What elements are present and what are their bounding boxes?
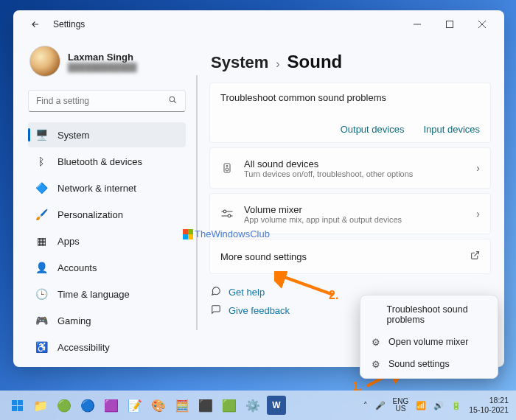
feedback-icon	[211, 304, 221, 317]
back-button[interactable]	[27, 15, 44, 33]
taskbar: 📁 🟢 🔵 🟪 📝 🎨 🧮 ⬛ 🟩 ⚙️ W ˄ 🎤 ENGUS 📶 🔊 🔋 1…	[0, 391, 516, 420]
input-devices-link[interactable]: Input devices	[423, 124, 480, 135]
system-icon: 🖥️	[35, 129, 47, 141]
troubleshoot-card: Troubleshoot common sound problems Outpu…	[209, 83, 491, 143]
profile-name: Laxman Singh	[68, 52, 137, 63]
settings-icon[interactable]: ⚙️	[243, 396, 262, 415]
avatar	[29, 46, 60, 77]
sidebar-item-time-language[interactable]: 🕒Time & language	[28, 281, 186, 307]
row-title: Volume mixer	[244, 204, 466, 215]
external-link-icon	[470, 251, 480, 262]
mic-icon[interactable]: 🎤	[375, 401, 386, 410]
apps-icon: ▦	[35, 235, 47, 247]
gear-icon	[371, 309, 380, 320]
sidebar-item-bluetooth[interactable]: ᛒBluetooth & devices	[28, 149, 186, 174]
edge-icon[interactable]: 🟢	[55, 396, 74, 415]
paint-icon[interactable]: 🎨	[149, 396, 168, 415]
close-button[interactable]	[466, 13, 498, 35]
breadcrumb: System › Sound	[209, 44, 491, 83]
language-indicator[interactable]: ENGUS	[393, 398, 409, 413]
sidebar-item-gaming[interactable]: 🎮Gaming	[28, 308, 186, 333]
troubleshoot-title: Troubleshoot common sound problems	[220, 92, 480, 103]
all-sound-devices-row[interactable]: All sound devices Turn devices on/off, t…	[209, 147, 491, 189]
app-icon-3[interactable]: 🟩	[220, 396, 239, 415]
profile[interactable]: Laxman Singh ████████████	[28, 43, 186, 85]
clock[interactable]: 18:2115-10-2021	[469, 396, 509, 414]
svg-line-13	[474, 252, 478, 256]
mixer-icon	[220, 209, 234, 219]
svg-rect-1	[447, 21, 453, 28]
window-title: Settings	[53, 19, 85, 29]
volume-mixer-row[interactable]: Volume mixer App volume mix, app input &…	[209, 193, 491, 234]
sidebar-item-system[interactable]: 🖥️System	[28, 122, 186, 147]
window-controls	[401, 13, 498, 35]
row-subtitle: Turn devices on/off, troubleshoot, other…	[244, 169, 466, 178]
svg-point-4	[170, 97, 175, 102]
gaming-icon: 🎮	[35, 315, 47, 326]
notepad-icon[interactable]: 📝	[125, 396, 144, 415]
output-devices-link[interactable]: Output devices	[341, 124, 405, 135]
network-icon: 🔷	[35, 182, 47, 194]
breadcrumb-parent[interactable]: System	[211, 53, 268, 72]
sidebar-item-label: Personalization	[57, 209, 123, 220]
sidebar-item-personalization[interactable]: 🖌️Personalization	[28, 202, 186, 227]
wifi-icon[interactable]: 📶	[416, 401, 426, 410]
sidebar-item-label: Apps	[57, 236, 80, 247]
sidebar-item-label: Gaming	[57, 315, 91, 326]
search-icon	[168, 94, 178, 108]
chevron-right-icon: ›	[276, 57, 279, 71]
personalization-icon: 🖌️	[35, 209, 47, 220]
chevron-right-icon: ›	[476, 208, 480, 220]
sidebar-item-label: Time & language	[57, 289, 130, 300]
sidebar-item-apps[interactable]: ▦Apps	[28, 228, 186, 253]
gear-icon: ⚙	[371, 337, 381, 347]
ctx-open-mixer[interactable]: ⚙Open volume mixer	[363, 331, 495, 353]
row-title: All sound devices	[244, 158, 466, 169]
search-input[interactable]	[36, 96, 168, 106]
search-box[interactable]	[28, 90, 186, 112]
time-language-icon: 🕒	[35, 288, 47, 300]
sidebar-item-accounts[interactable]: 👤Accounts	[28, 255, 186, 280]
minimize-button[interactable]	[401, 13, 433, 35]
svg-point-7	[226, 168, 229, 171]
gear-icon: ⚙	[371, 359, 381, 369]
app-icon-2[interactable]: ⬛	[196, 396, 215, 415]
chrome-icon[interactable]: 🔵	[78, 396, 97, 415]
sidebar-item-label: System	[57, 130, 89, 141]
taskbar-left: 📁 🟢 🔵 🟪 📝 🎨 🧮 ⬛ 🟩 ⚙️ W	[7, 396, 286, 415]
bluetooth-icon: ᛒ	[35, 155, 47, 167]
volume-icon[interactable]: 🔊	[433, 401, 444, 410]
ctx-sound-settings[interactable]: ⚙Sound settings	[363, 353, 495, 375]
sidebar-item-label: Accounts	[57, 262, 97, 273]
row-subtitle: App volume mix, app input & output devic…	[244, 215, 466, 224]
file-explorer-icon[interactable]: 📁	[31, 396, 50, 415]
nav: 🖥️SystemᛒBluetooth & devices🔷Network & i…	[28, 122, 186, 360]
svg-line-5	[174, 101, 176, 103]
accounts-icon: 👤	[35, 262, 47, 273]
app-icon[interactable]: 🟪	[102, 396, 121, 415]
ctx-item-label: Open volume mixer	[388, 337, 468, 347]
help-icon	[211, 286, 221, 298]
system-tray: ˄ 🎤 ENGUS 📶 🔊 🔋 18:2115-10-2021	[363, 396, 509, 414]
svg-point-11	[223, 210, 226, 213]
svg-point-12	[228, 214, 231, 217]
tray-overflow-icon[interactable]: ˄	[363, 401, 368, 410]
calculator-icon[interactable]: 🧮	[172, 396, 192, 415]
start-button[interactable]	[7, 396, 27, 415]
word-icon[interactable]: W	[267, 396, 286, 415]
tray-context-menu: Troubleshoot sound problems⚙Open volume …	[360, 295, 498, 379]
battery-icon[interactable]: 🔋	[451, 401, 461, 410]
breadcrumb-current: Sound	[287, 52, 343, 72]
ctx-troubleshoot[interactable]: Troubleshoot sound problems	[363, 298, 495, 331]
speaker-icon	[220, 162, 234, 174]
sidebar-item-label: Bluetooth & devices	[57, 156, 142, 167]
sidebar-item-network[interactable]: 🔷Network & internet	[28, 175, 186, 200]
maximize-button[interactable]	[433, 13, 466, 35]
svg-point-8	[226, 165, 228, 167]
ctx-item-label: Sound settings	[388, 359, 450, 369]
sidebar-item-label: Accessibility	[57, 342, 110, 353]
ctx-item-label: Troubleshoot sound problems	[387, 304, 487, 325]
sidebar: Laxman Singh ████████████ 🖥️SystemᛒBluet…	[13, 38, 196, 367]
more-sound-settings-row[interactable]: More sound settings	[209, 239, 491, 274]
sidebar-item-accessibility[interactable]: ♿Accessibility	[28, 335, 186, 360]
